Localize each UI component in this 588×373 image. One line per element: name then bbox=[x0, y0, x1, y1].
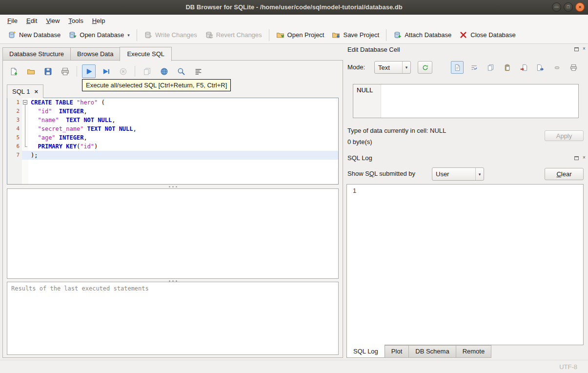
revert-changes-icon bbox=[205, 31, 213, 39]
copy-results-button[interactable] bbox=[140, 64, 154, 78]
open-project-button[interactable]: Open Project bbox=[272, 28, 328, 41]
apply-button[interactable]: Apply bbox=[545, 130, 584, 141]
window-title: DB Browser for SQLite - /home/user/code/… bbox=[185, 3, 402, 11]
find-button[interactable] bbox=[174, 64, 188, 78]
revert-changes-label: Revert Changes bbox=[216, 31, 262, 39]
cell-value-editor[interactable]: NULL bbox=[353, 84, 579, 118]
chevron-down-icon: ▾ bbox=[402, 62, 410, 73]
code-line[interactable]: 1CREATE TABLE "hero" ( bbox=[7, 98, 338, 107]
save-project-button[interactable]: Save Project bbox=[328, 28, 383, 41]
open-database-label: Open Database bbox=[80, 31, 124, 39]
save-project-icon bbox=[332, 31, 340, 39]
minimize-button[interactable]: — bbox=[552, 2, 561, 12]
print-button[interactable] bbox=[58, 64, 72, 78]
paste-button[interactable] bbox=[501, 61, 513, 74]
write-changes-icon bbox=[144, 31, 152, 39]
float-dock-icon[interactable] bbox=[573, 46, 579, 52]
sql-code-editor[interactable]: 1CREATE TABLE "hero" (2 "id" INTEGER,3 "… bbox=[7, 98, 339, 185]
write-changes-button[interactable]: Write Changes bbox=[140, 28, 201, 41]
code-line[interactable]: 2 "id" INTEGER, bbox=[7, 107, 338, 116]
menu-view[interactable]: View bbox=[41, 16, 64, 26]
open-database-button[interactable]: Open Database ▾ bbox=[64, 28, 134, 41]
results-grid bbox=[7, 188, 339, 279]
print-cell-button[interactable] bbox=[567, 61, 580, 74]
edit-cell-dock-title: Edit Database Cell bbox=[347, 46, 400, 53]
log-filter-value: User bbox=[432, 170, 475, 178]
close-database-button[interactable]: Close Database bbox=[455, 28, 520, 41]
minimize-icon: — bbox=[554, 5, 559, 9]
clear-log-button[interactable]: Clear bbox=[545, 168, 584, 180]
menu-help[interactable]: Help bbox=[88, 16, 110, 26]
code-line[interactable]: 3 "name" TEXT NOT NULL, bbox=[7, 116, 338, 124]
sql-log-area[interactable]: 1 bbox=[346, 184, 584, 345]
find-icon bbox=[177, 67, 185, 76]
auto-refresh-icon bbox=[422, 64, 429, 71]
new-database-label: New Database bbox=[19, 31, 61, 39]
toolbar-separator bbox=[269, 29, 269, 41]
close-button[interactable]: × bbox=[575, 2, 585, 12]
format-sql-button[interactable] bbox=[191, 64, 205, 78]
open-database-icon bbox=[68, 31, 77, 39]
close-dock-icon[interactable]: × bbox=[581, 46, 587, 52]
tab-sql-log[interactable]: SQL Log bbox=[346, 345, 385, 358]
window-titlebar[interactable]: DB Browser for SQLite - /home/user/code/… bbox=[0, 0, 588, 15]
execute-sql-panel: SQL 1 × 1CREATE TABLE "hero" (2 "id" INT… bbox=[2, 60, 343, 358]
tab-remote[interactable]: Remote bbox=[456, 345, 492, 358]
attach-database-label: Attach Database bbox=[405, 31, 451, 39]
code-line[interactable]: 5 "age" INTEGER, bbox=[7, 133, 338, 142]
stop-button[interactable] bbox=[116, 64, 130, 78]
tab-database-structure[interactable]: Database Structure bbox=[2, 47, 71, 61]
new-tab-button[interactable] bbox=[7, 64, 20, 78]
mode-combobox[interactable]: Text ▾ bbox=[374, 61, 411, 74]
chevron-down-icon: ▾ bbox=[475, 168, 484, 180]
revert-changes-button[interactable]: Revert Changes bbox=[201, 28, 266, 41]
tab-db-schema[interactable]: DB Schema bbox=[408, 345, 456, 358]
set-null-button[interactable] bbox=[550, 61, 563, 74]
import-button[interactable] bbox=[517, 61, 530, 74]
execute-line-button[interactable] bbox=[99, 64, 113, 78]
fold-marker-icon bbox=[22, 124, 28, 133]
attach-database-button[interactable]: Attach Database bbox=[389, 28, 455, 41]
tab-plot[interactable]: Plot bbox=[385, 345, 409, 358]
line-number: 7 bbox=[7, 151, 22, 160]
close-dock-icon[interactable]: × bbox=[581, 155, 587, 161]
menu-file[interactable]: File bbox=[3, 16, 22, 26]
text-view-button[interactable] bbox=[451, 61, 464, 74]
maximize-button[interactable]: □ bbox=[564, 2, 573, 12]
open-sql-file-button[interactable] bbox=[24, 64, 38, 78]
float-dock-icon[interactable] bbox=[573, 155, 579, 161]
close-tab-icon[interactable]: × bbox=[34, 88, 38, 95]
code-line[interactable]: 7); bbox=[7, 151, 338, 160]
code-text: "name" TEXT NOT NULL, bbox=[28, 116, 338, 124]
copy-button[interactable] bbox=[484, 61, 497, 74]
export-button[interactable] bbox=[534, 61, 547, 74]
globe-button[interactable] bbox=[157, 64, 171, 78]
menu-tools[interactable]: Tools bbox=[64, 16, 87, 26]
new-database-button[interactable]: New Database bbox=[4, 28, 64, 41]
splitter-handle[interactable] bbox=[7, 185, 339, 188]
code-line[interactable]: 4 "secret_name" TEXT NOT NULL, bbox=[7, 124, 338, 133]
fold-marker-icon[interactable] bbox=[22, 142, 28, 151]
open-project-label: Open Project bbox=[287, 31, 324, 39]
open-sql-file-icon bbox=[27, 67, 35, 76]
maximize-icon: □ bbox=[567, 5, 569, 9]
toolbar-separator bbox=[135, 66, 135, 77]
save-sql-file-button[interactable] bbox=[41, 64, 55, 78]
auto-refresh-button[interactable] bbox=[418, 61, 432, 74]
execute-all-button[interactable] bbox=[82, 64, 96, 78]
fold-marker-icon bbox=[22, 107, 28, 116]
mode-value: Text bbox=[375, 64, 402, 71]
code-line[interactable]: 6 PRIMARY KEY("id") bbox=[7, 142, 338, 151]
paste-icon bbox=[504, 64, 511, 71]
menu-edit[interactable]: Edit bbox=[22, 16, 41, 26]
sql-editor-tab[interactable]: SQL 1 × bbox=[7, 84, 43, 98]
set-null-icon bbox=[553, 64, 561, 71]
toolbar-separator bbox=[137, 29, 137, 41]
fold-marker-icon[interactable] bbox=[22, 98, 28, 107]
word-wrap-button[interactable] bbox=[467, 61, 480, 74]
open-database-dropdown-icon[interactable]: ▾ bbox=[127, 33, 130, 39]
tab-execute-sql[interactable]: Execute SQL bbox=[120, 47, 172, 61]
tab-browse-data[interactable]: Browse Data bbox=[70, 47, 120, 61]
import-icon bbox=[520, 64, 527, 71]
log-filter-combobox[interactable]: User ▾ bbox=[432, 167, 484, 181]
